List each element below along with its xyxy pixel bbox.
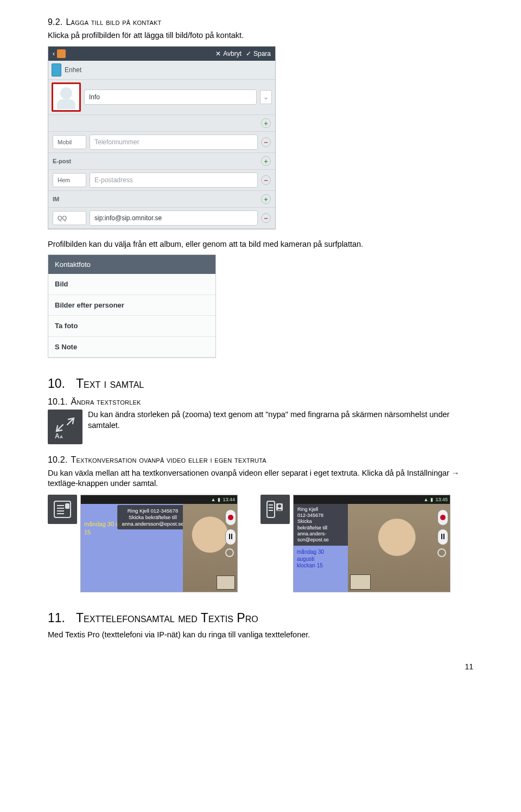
chevron-down-icon[interactable]: ⌄ bbox=[260, 90, 272, 104]
im-section-label: IM bbox=[53, 195, 59, 203]
heading-10-2-title: Textkonversation ovanpå video eller i eg… bbox=[71, 455, 266, 464]
im-field-row: QQ sip:info@sip.omnitor.se − bbox=[48, 208, 275, 229]
text-10-2: Du kan växla mellan att ha textkonversat… bbox=[48, 468, 473, 489]
tooltip: Ring Kjell 012-345678 Skicka bekräftelse… bbox=[294, 504, 348, 546]
battery-icon: ▮ bbox=[218, 496, 220, 503]
heading-9-2: 9.2.Lägga till bild på kontakt bbox=[48, 16, 473, 28]
screenshot-call-split: ▲ ▮ 13:45 Ring Kjell 012-345678 Skicka b… bbox=[293, 495, 450, 592]
im-type-label: QQ bbox=[58, 214, 67, 222]
t6: son@epost.se bbox=[297, 537, 344, 543]
cancel-button[interactable]: ✕ Avbryt bbox=[215, 49, 242, 58]
t1: Ring Kjell bbox=[297, 507, 344, 513]
person-icon bbox=[57, 49, 66, 58]
textmode-overlay-icon bbox=[48, 495, 77, 524]
email-type-select[interactable]: Hem bbox=[53, 173, 86, 187]
heading-9-2-title: Lägga till bild på kontakt bbox=[66, 17, 162, 27]
text-10-1: Du kan ändra storleken på (zooma) text g… bbox=[88, 410, 473, 431]
im-header: IM + bbox=[48, 191, 275, 208]
heading-10-2: 10.2.Textkonversation ovanpå video eller… bbox=[48, 454, 473, 466]
heading-10-2-num: 10.2. bbox=[48, 455, 68, 464]
svg-point-13 bbox=[278, 504, 281, 508]
heading-9-2-num: 9.2. bbox=[48, 17, 63, 27]
heading-10-1-num: 10.1. bbox=[48, 397, 68, 406]
hangup-button[interactable] bbox=[225, 509, 236, 526]
screenshot-call-overlay: ▲ ▮ 13:44 måndag 30 augusti klockan 15 R… bbox=[80, 495, 238, 592]
page-number: 11 bbox=[48, 662, 473, 672]
email-section-label: E-post bbox=[53, 157, 71, 165]
msg: måndag 30 augusti klockan 15 bbox=[294, 549, 348, 570]
picker-header: Kontaktfoto bbox=[48, 255, 215, 274]
heading-10-num: 10. bbox=[48, 376, 65, 391]
heading-11-num: 11. bbox=[48, 611, 65, 625]
pip bbox=[350, 574, 371, 590]
email-type-label: Hem bbox=[58, 176, 70, 184]
record-button[interactable] bbox=[437, 548, 446, 557]
avatar-placeholder[interactable] bbox=[52, 82, 81, 112]
remove-im-icon[interactable]: − bbox=[261, 213, 271, 223]
check-icon: ✓ bbox=[246, 49, 251, 58]
save-label: Spara bbox=[253, 49, 271, 58]
cancel-label: Avbryt bbox=[223, 49, 242, 58]
remove-email-icon[interactable]: − bbox=[261, 175, 271, 185]
hold-button[interactable]: ⏸ bbox=[225, 529, 236, 545]
t4: bekräftelse till bbox=[297, 525, 344, 531]
hangup-button[interactable] bbox=[437, 509, 448, 526]
im-input[interactable]: sip:info@sip.omnitor.se bbox=[90, 210, 258, 226]
email-input[interactable]: E-postadress bbox=[90, 172, 258, 188]
m1: måndag 30 bbox=[297, 549, 345, 556]
device-row[interactable]: Enhet bbox=[48, 61, 275, 80]
textmode-split-icon bbox=[260, 495, 290, 524]
statusbar: ▲ ▮ 13:44 bbox=[81, 495, 237, 504]
clock: 13:44 bbox=[223, 496, 235, 503]
call-controls: ⏸ bbox=[437, 509, 448, 557]
tt2: Skicka bekräftelse till bbox=[122, 514, 184, 521]
email-header: E-post + bbox=[48, 153, 275, 170]
remove-phone-icon[interactable]: − bbox=[261, 137, 271, 147]
screenshot-contact-editor: ‹ ✕ Avbryt ✓ Spara Enhet Info ⌄ + Mobil … bbox=[48, 46, 276, 229]
record-button[interactable] bbox=[225, 548, 234, 557]
clock: 13:45 bbox=[435, 496, 448, 503]
battery-icon: ▮ bbox=[430, 496, 433, 503]
phone-type-label: Mobil bbox=[58, 138, 72, 146]
phone-type-select[interactable]: Mobil bbox=[53, 135, 86, 149]
svg-rect-8 bbox=[267, 501, 275, 517]
name-input[interactable]: Info bbox=[84, 89, 257, 105]
phone-placeholder: Telefonnummer bbox=[94, 138, 139, 146]
hold-button[interactable]: ⏸ bbox=[437, 529, 448, 545]
text-pane: Ring Kjell 012-345678 Skicka bekräftelse… bbox=[294, 504, 348, 592]
picker-option-snote[interactable]: S Note bbox=[48, 337, 215, 358]
heading-10-1-title: Ändra textstorlek bbox=[71, 397, 141, 406]
wifi-icon: ▲ bbox=[424, 496, 429, 503]
device-label: Enhet bbox=[65, 66, 81, 74]
back-area[interactable]: ‹ bbox=[53, 49, 66, 58]
email-placeholder: E-postadress bbox=[94, 176, 133, 184]
topbar: ‹ ✕ Avbryt ✓ Spara bbox=[48, 47, 275, 61]
text-9-2b: Profilbilden kan du välja från ett album… bbox=[48, 239, 473, 250]
add-im-icon[interactable]: + bbox=[261, 194, 271, 204]
pinch-zoom-icon: A A bbox=[48, 410, 82, 444]
heading-10-1: 10.1.Ändra textstorlek bbox=[48, 396, 473, 408]
name-value: Info bbox=[89, 93, 100, 101]
phone-field-row: Mobil Telefonnummer − bbox=[48, 132, 275, 153]
picker-option-bild[interactable]: Bild bbox=[48, 274, 215, 295]
text-11: Med Textis Pro (texttelefoni via IP-nät)… bbox=[48, 630, 473, 641]
im-value: sip:info@sip.omnitor.se bbox=[94, 214, 162, 222]
close-icon: ✕ bbox=[215, 49, 221, 58]
phone-input[interactable]: Telefonnummer bbox=[90, 135, 258, 150]
picker-option-tafoto[interactable]: Ta foto bbox=[48, 316, 215, 337]
screenshot-photo-picker: Kontaktfoto Bild Bilder efter personer T… bbox=[48, 254, 216, 359]
wifi-icon: ▲ bbox=[211, 496, 216, 503]
m2: augusti bbox=[297, 556, 345, 563]
add-email-icon[interactable]: + bbox=[261, 156, 271, 166]
name-row: Info ⌄ bbox=[48, 80, 275, 115]
chevron-left-icon: ‹ bbox=[53, 49, 55, 58]
save-button[interactable]: ✓ Spara bbox=[246, 49, 271, 58]
t3: Skicka bbox=[297, 519, 344, 525]
text-9-2: Klicka på profilbilden för att lägga til… bbox=[48, 30, 473, 41]
im-type-select[interactable]: QQ bbox=[53, 211, 86, 225]
statusbar: ▲ ▮ 13:45 bbox=[294, 495, 450, 504]
add-phone-icon[interactable]: + bbox=[261, 118, 271, 128]
tt1: Ring Kjell 012-345678 bbox=[122, 508, 184, 514]
device-icon bbox=[52, 63, 61, 76]
picker-option-personer[interactable]: Bilder efter personer bbox=[48, 295, 215, 316]
